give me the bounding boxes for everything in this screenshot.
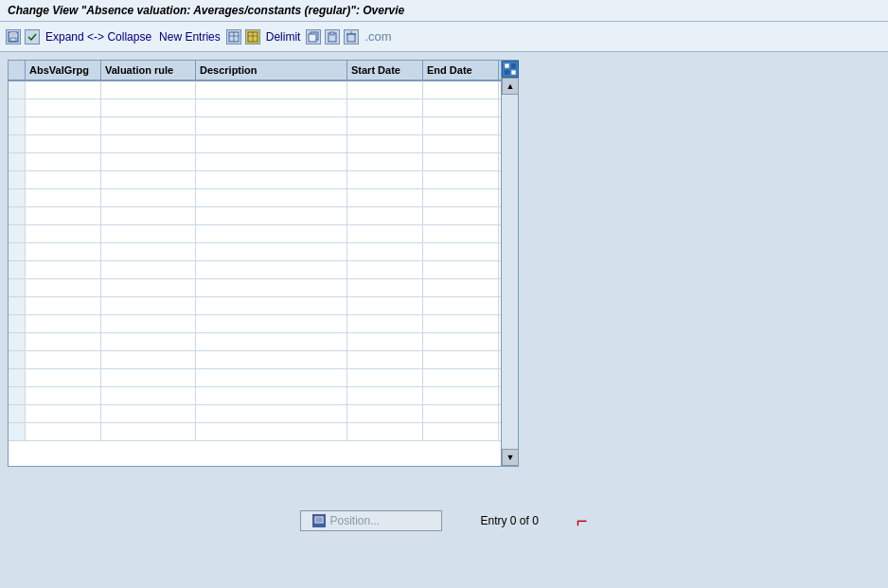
table-cell-startdate[interactable] <box>347 297 423 314</box>
table-cell-absvalgrpg[interactable] <box>26 135 101 152</box>
table-cell-startdate[interactable] <box>347 225 423 242</box>
table-cell-absvalgrpg[interactable] <box>26 387 101 404</box>
table-cell-startdate[interactable] <box>347 153 423 170</box>
table-cell-absvalgrpg[interactable] <box>26 243 101 260</box>
table-cell-desc[interactable] <box>196 207 347 224</box>
table-row[interactable] <box>9 261 501 279</box>
table-cell-enddate[interactable] <box>423 243 499 260</box>
table-cell-startdate[interactable] <box>347 351 423 368</box>
table-cell-startdate[interactable] <box>347 81 423 98</box>
table-row[interactable] <box>9 171 501 189</box>
table-cell-enddate[interactable] <box>423 207 499 224</box>
table-cell-startdate[interactable] <box>347 387 423 404</box>
table-cell-absvalgrpg[interactable] <box>26 351 101 368</box>
table-cell-desc[interactable] <box>196 369 347 386</box>
table-row[interactable] <box>9 225 501 243</box>
table-cell-valrule[interactable] <box>101 315 196 332</box>
table-row[interactable] <box>9 135 501 153</box>
table-cell-desc[interactable] <box>196 153 347 170</box>
table-cell-valrule[interactable] <box>101 207 196 224</box>
table-cell-absvalgrpg[interactable] <box>26 171 101 188</box>
table-cell-enddate[interactable] <box>423 333 499 350</box>
new-entries-button[interactable]: New Entries <box>157 30 222 44</box>
delete-icon[interactable] <box>344 29 359 45</box>
table-cell-startdate[interactable] <box>347 315 423 332</box>
table-cell-desc[interactable] <box>196 99 347 116</box>
table-cell-enddate[interactable] <box>423 117 499 134</box>
table-icon-2[interactable] <box>245 29 260 45</box>
grid-toggle-icon[interactable] <box>502 61 519 78</box>
table-cell-desc[interactable] <box>196 279 347 296</box>
table-cell-desc[interactable] <box>196 135 347 152</box>
table-row[interactable] <box>9 387 501 405</box>
table-cell-valrule[interactable] <box>101 387 196 404</box>
table-cell-desc[interactable] <box>196 189 347 206</box>
table-cell-startdate[interactable] <box>347 261 423 278</box>
table-cell-absvalgrpg[interactable] <box>26 369 101 386</box>
expand-collapse-button[interactable]: Expand <-> Collapse <box>44 30 153 44</box>
table-row[interactable] <box>9 279 501 297</box>
table-cell-absvalgrpg[interactable] <box>26 333 101 350</box>
scroll-up-button[interactable]: ▲ <box>502 78 519 95</box>
table-cell-startdate[interactable] <box>347 171 423 188</box>
table-cell-absvalgrpg[interactable] <box>26 189 101 206</box>
table-cell-startdate[interactable] <box>347 243 423 260</box>
table-row[interactable] <box>9 315 501 333</box>
table-row[interactable] <box>9 297 501 315</box>
table-row[interactable] <box>9 333 501 351</box>
table-row[interactable] <box>9 351 501 369</box>
table-cell-absvalgrpg[interactable] <box>26 117 101 134</box>
paste-icon[interactable] <box>325 29 340 45</box>
table-cell-valrule[interactable] <box>101 297 196 314</box>
table-cell-startdate[interactable] <box>347 99 423 116</box>
table-row[interactable] <box>9 153 501 171</box>
table-cell-absvalgrpg[interactable] <box>26 99 101 116</box>
table-cell-enddate[interactable] <box>423 81 499 98</box>
table-cell-startdate[interactable] <box>347 189 423 206</box>
table-cell-enddate[interactable] <box>423 423 499 440</box>
table-cell-enddate[interactable] <box>423 171 499 188</box>
position-button[interactable]: Position... <box>300 510 442 531</box>
table-row[interactable] <box>9 423 501 441</box>
table-cell-desc[interactable] <box>196 351 347 368</box>
table-cell-enddate[interactable] <box>423 297 499 314</box>
table-cell-enddate[interactable] <box>423 315 499 332</box>
table-cell-absvalgrpg[interactable] <box>26 279 101 296</box>
table-cell-valrule[interactable] <box>101 225 196 242</box>
table-cell-startdate[interactable] <box>347 207 423 224</box>
table-cell-valrule[interactable] <box>101 369 196 386</box>
copy-icon[interactable] <box>306 29 321 45</box>
table-cell-valrule[interactable] <box>101 351 196 368</box>
table-row[interactable] <box>9 117 501 135</box>
table-cell-valrule[interactable] <box>101 405 196 422</box>
table-cell-valrule[interactable] <box>101 243 196 260</box>
table-cell-enddate[interactable] <box>423 405 499 422</box>
table-cell-enddate[interactable] <box>423 99 499 116</box>
delimit-button[interactable]: Delimit <box>264 30 303 44</box>
table-cell-valrule[interactable] <box>101 81 196 98</box>
table-cell-desc[interactable] <box>196 405 347 422</box>
table-cell-startdate[interactable] <box>347 369 423 386</box>
table-cell-valrule[interactable] <box>101 171 196 188</box>
table-cell-absvalgrpg[interactable] <box>26 297 101 314</box>
table-cell-desc[interactable] <box>196 171 347 188</box>
table-cell-valrule[interactable] <box>101 99 196 116</box>
table-cell-desc[interactable] <box>196 261 347 278</box>
table-cell-desc[interactable] <box>196 297 347 314</box>
save-icon[interactable] <box>6 29 21 45</box>
table-row[interactable] <box>9 243 501 261</box>
table-cell-valrule[interactable] <box>101 153 196 170</box>
table-cell-enddate[interactable] <box>423 351 499 368</box>
table-cell-enddate[interactable] <box>423 135 499 152</box>
table-cell-startdate[interactable] <box>347 135 423 152</box>
table-row[interactable] <box>9 207 501 225</box>
table-cell-startdate[interactable] <box>347 333 423 350</box>
table-cell-startdate[interactable] <box>347 117 423 134</box>
table-cell-absvalgrpg[interactable] <box>26 315 101 332</box>
table-cell-valrule[interactable] <box>101 333 196 350</box>
table-cell-absvalgrpg[interactable] <box>26 423 101 440</box>
table-cell-startdate[interactable] <box>347 279 423 296</box>
table-cell-valrule[interactable] <box>101 135 196 152</box>
table-cell-desc[interactable] <box>196 333 347 350</box>
table-cell-desc[interactable] <box>196 81 347 98</box>
